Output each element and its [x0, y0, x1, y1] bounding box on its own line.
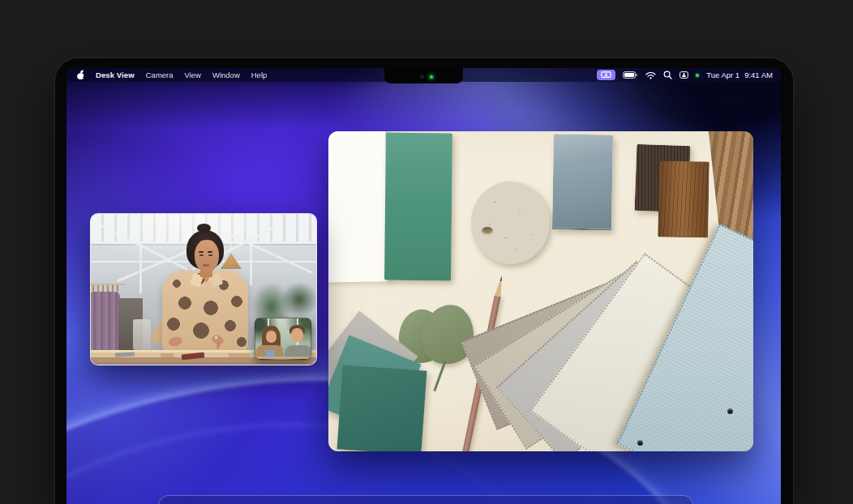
participant-lips — [203, 264, 209, 267]
battery-icon[interactable] — [623, 71, 638, 79]
pip-woman-face — [266, 331, 276, 343]
display-with-user-icon — [601, 71, 611, 79]
screen-sharing-indicator[interactable] — [597, 70, 615, 80]
menu-help[interactable]: Help — [251, 70, 268, 79]
swatch-grommet — [637, 440, 643, 446]
silver-ring — [215, 336, 217, 339]
screen: Desk View Camera View Window Help — [66, 68, 781, 504]
teal-tile-sample — [384, 133, 452, 281]
lamp-cord — [230, 230, 231, 254]
menu-camera[interactable]: Camera — [146, 70, 174, 79]
macbook-display: Desk View Camera View Window Help — [55, 58, 793, 504]
felt-disc-sample — [471, 182, 550, 264]
search-icon[interactable] — [663, 70, 672, 79]
participant-eyebrows — [199, 251, 204, 253]
leaf-stem — [433, 361, 446, 392]
menu-bar-date[interactable]: Tue Apr 1 — [706, 70, 739, 79]
facetime-video-window[interactable] — [90, 213, 317, 365]
apple-menu-icon[interactable] — [77, 71, 84, 79]
swatch-grommet — [727, 408, 733, 414]
dark-teal-square-tile — [336, 365, 426, 451]
desk-swatch-gray — [115, 352, 135, 357]
brown-wood-sample — [658, 160, 709, 237]
camera-indicator-led — [430, 75, 433, 79]
participant-face — [195, 240, 219, 272]
menu-app-name[interactable]: Desk View — [96, 70, 135, 79]
desk-swatch-beige — [229, 353, 250, 357]
participant-hair-bun — [197, 224, 211, 233]
user-card-icon[interactable] — [679, 71, 688, 79]
menu-view[interactable]: View — [185, 70, 201, 79]
sewing-machine — [133, 319, 151, 350]
participant-eyes — [199, 254, 204, 256]
white-paper-sample — [328, 131, 388, 283]
pip-table-edge — [255, 357, 311, 360]
felt-disc-hole — [482, 227, 493, 236]
clothes-hangers — [92, 285, 122, 292]
menu-bar-time[interactable]: 9:41 AM — [744, 70, 773, 79]
camera-notch — [384, 68, 463, 83]
bluegray-tile-sample — [552, 134, 613, 230]
wifi-icon[interactable] — [645, 71, 656, 79]
camera-active-indicator — [696, 74, 699, 77]
pencil-tip — [495, 275, 505, 297]
pip-self-view-thumbnail[interactable] — [255, 318, 311, 360]
camera-lens — [420, 75, 424, 79]
pip-man-face — [291, 328, 303, 342]
background-window-edge[interactable] — [158, 495, 693, 504]
desk-swatch-tan — [161, 353, 174, 357]
desk-background: Desk View Camera View Window Help — [0, 0, 853, 504]
menu-window[interactable]: Window — [212, 70, 240, 79]
desk-view-window[interactable] — [328, 131, 753, 451]
